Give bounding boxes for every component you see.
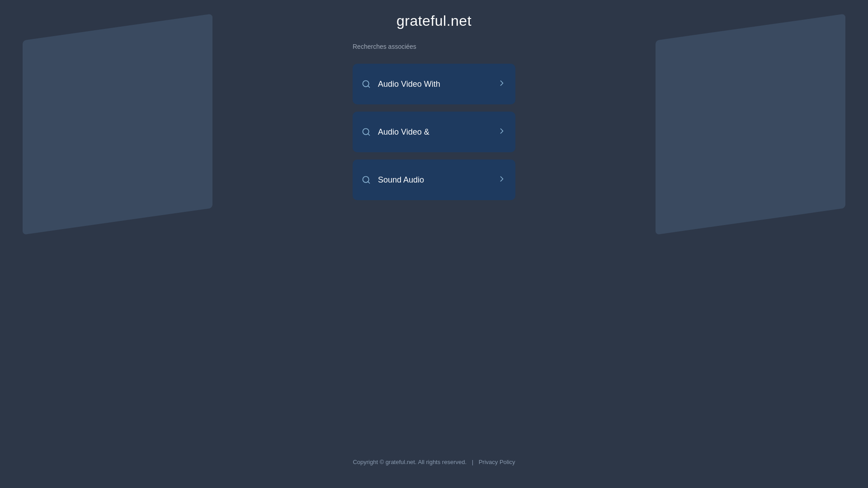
- search-icon-3: [362, 175, 371, 184]
- card-left-3: Sound Audio: [362, 175, 424, 185]
- chevron-icon-1: [497, 79, 506, 90]
- search-cards-container: Recherches associées Audio Video With: [353, 43, 515, 200]
- svg-line-5: [368, 182, 370, 183]
- svg-line-1: [368, 86, 370, 88]
- main-content: grateful.net Recherches associées Audio …: [0, 0, 868, 200]
- section-label: Recherches associées: [353, 43, 416, 50]
- search-card-3[interactable]: Sound Audio: [353, 160, 515, 200]
- site-title: grateful.net: [396, 13, 472, 29]
- chevron-icon-3: [497, 174, 506, 186]
- copyright-text: Copyright © grateful.net. All rights res…: [353, 459, 467, 465]
- footer: Copyright © grateful.net. All rights res…: [0, 459, 868, 465]
- chevron-icon-2: [497, 127, 506, 138]
- search-icon-2: [362, 127, 371, 136]
- privacy-policy-link[interactable]: Privacy Policy: [479, 459, 515, 465]
- card-label-1: Audio Video With: [378, 80, 440, 89]
- search-icon-1: [362, 80, 371, 89]
- svg-line-3: [368, 134, 370, 136]
- footer-separator: |: [472, 459, 473, 465]
- search-card-2[interactable]: Audio Video &: [353, 112, 515, 152]
- card-left-1: Audio Video With: [362, 80, 440, 89]
- card-left-2: Audio Video &: [362, 127, 429, 137]
- card-label-3: Sound Audio: [378, 175, 424, 185]
- card-label-2: Audio Video &: [378, 127, 429, 137]
- search-card-1[interactable]: Audio Video With: [353, 64, 515, 104]
